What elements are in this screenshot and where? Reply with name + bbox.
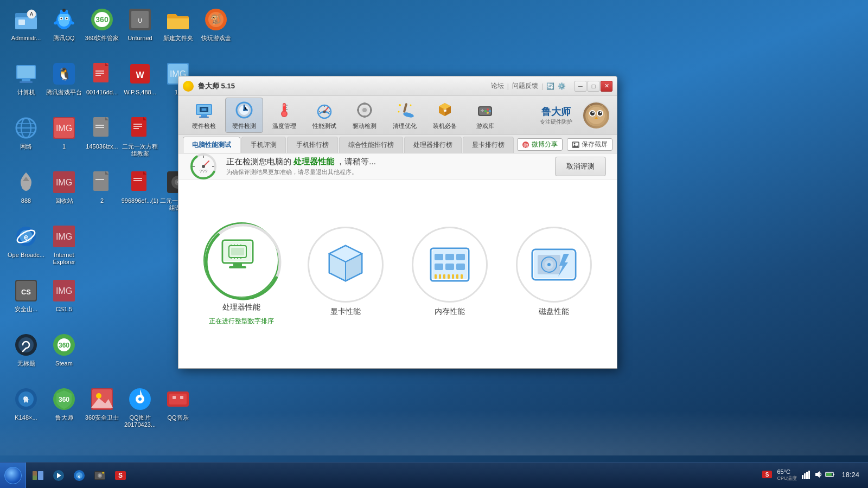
- cpu-temp-value: 65°C: [777, 468, 797, 475]
- desktop-icon-eq2b[interactable]: 996896ef...(1): [118, 167, 162, 207]
- desktop-icon-admin[interactable]: A Administr...: [4, 4, 48, 44]
- icon-360-label: 360软件管家: [85, 35, 119, 42]
- cpu-card-label: 处理器性能: [222, 303, 260, 312]
- svg-rect-116: [283, 106, 285, 111]
- svg-point-124: [323, 111, 326, 113]
- svg-text:微: 微: [524, 143, 528, 148]
- svg-rect-202: [435, 254, 443, 260]
- minimize-btn[interactable]: ─: [575, 81, 586, 92]
- perf-test-btn[interactable]: 性能测试: [305, 98, 343, 132]
- gpu-card-label: 显卡性能: [330, 307, 361, 317]
- desktop-icon-computer[interactable]: 计算机: [4, 59, 48, 98]
- brand-logo: 鲁大师 专注硬件防护: [534, 102, 578, 129]
- update-icon[interactable]: 🔄: [546, 82, 554, 90]
- svg-rect-26: [22, 79, 30, 81]
- tab-pc-test[interactable]: 电脑性能测试: [183, 137, 240, 153]
- desktop-icon-qqphoto[interactable]: 360安全卫士: [80, 384, 124, 423]
- toolbar: 硬件检检 硬件检测: [178, 96, 617, 135]
- desktop-icon-996[interactable]: 2: [80, 167, 124, 207]
- icon-computer-label: 计算机: [17, 89, 35, 96]
- sogou-icon[interactable]: S: [762, 469, 773, 481]
- desktop-icon-qqmusic[interactable]: QQ图片20170423...: [118, 384, 162, 431]
- clean-optim-btn[interactable]: 清理优化: [386, 98, 424, 132]
- desktop-icon-snynesc[interactable]: QQ音乐: [156, 384, 200, 423]
- desktop-icon-360[interactable]: 360 360软件管家: [80, 4, 124, 44]
- game-box-btn[interactable]: 游戏库: [466, 98, 504, 132]
- volume-tray-icon[interactable]: [813, 470, 823, 481]
- desktop-icon-eq2[interactable]: 二元一次方程组教案: [118, 113, 162, 159]
- save-label: 保存截屏: [582, 140, 608, 149]
- svg-rect-131: [363, 102, 366, 105]
- clean-optim-label: 清理优化: [393, 122, 417, 130]
- start-button[interactable]: [0, 463, 26, 489]
- desktop-icon-tencentgame[interactable]: 🐧 腾讯游戏平台: [42, 59, 86, 98]
- desktop-icon-4[interactable]: IMG CS1.5: [42, 275, 86, 315]
- system-tray: S 65°C CPU温度: [757, 463, 868, 489]
- tab-phone-test[interactable]: 手机评测: [241, 137, 286, 153]
- taskbar-input-btn[interactable]: S: [111, 466, 130, 485]
- cpu-circle: [203, 222, 279, 298]
- desktop-icon-360safe[interactable]: 360 鲁大师: [42, 384, 86, 423]
- desktop-icon-recycle[interactable]: 888: [4, 167, 48, 207]
- title-actions: 论坛 | 问题反馈 | 🔄 ⚙️: [491, 81, 566, 91]
- svg-text:S: S: [118, 472, 123, 479]
- network-tray-icon[interactable]: [801, 470, 811, 481]
- svg-rect-66: [133, 178, 142, 179]
- title-bar: 鲁大师 5.15 论坛 | 问题反馈 | 🔄 ⚙️ ─ □ ✕: [178, 76, 617, 96]
- taskbar-media-btn[interactable]: [49, 466, 68, 485]
- close-btn[interactable]: ✕: [601, 81, 612, 92]
- settings-icon[interactable]: ⚙️: [558, 82, 566, 90]
- svg-point-137: [399, 104, 401, 106]
- desktop-icon-ludashi[interactable]: 鲁 K148×...: [4, 384, 48, 423]
- temp-mgmt-btn[interactable]: 温度管理: [265, 98, 303, 132]
- svg-rect-208: [435, 274, 437, 279]
- driver-detect-btn[interactable]: 驱动检测: [346, 98, 384, 132]
- desktop-icon-360browser[interactable]: 360 Steam: [42, 330, 86, 369]
- desktop-icon-network[interactable]: 网络: [4, 113, 48, 152]
- desktop-icon-newfolder[interactable]: 新建文件夹: [156, 4, 200, 44]
- desktop-icon-qq[interactable]: 腾讯QQ: [42, 4, 86, 44]
- desktop-icon-unturned[interactable]: U Unturned: [118, 4, 162, 44]
- tab-overall-rank[interactable]: 综合性能排行榜: [339, 137, 403, 153]
- tab-cpu-rank[interactable]: 处理器排行榜: [404, 137, 462, 153]
- desktop-icon-145[interactable]: 145036lzx...: [80, 113, 124, 152]
- taskbar-photo-btn[interactable]: [90, 466, 110, 485]
- battery-tray-icon[interactable]: [825, 470, 835, 481]
- hardware-check-btn[interactable]: 硬件检检: [185, 98, 223, 132]
- svg-text:360: 360: [59, 342, 69, 349]
- forum-btn[interactable]: 论坛: [491, 81, 504, 91]
- svg-rect-27: [20, 81, 33, 83]
- svg-point-130: [362, 108, 367, 112]
- desktop-icon-file001[interactable]: 001416dd...: [80, 59, 124, 98]
- desktop-icon-2[interactable]: IMG 回收站: [42, 167, 86, 207]
- svg-rect-33: [95, 70, 104, 72]
- feedback-btn[interactable]: 问题反馈: [512, 81, 538, 91]
- desktop-icon-cs15[interactable]: CS 安全山...: [4, 275, 48, 315]
- desktop-icon-3[interactable]: IMG Internet Explorer: [42, 221, 86, 268]
- svg-text:IMG: IMG: [56, 232, 72, 241]
- tab-phone-rank[interactable]: 手机排行榜: [287, 137, 338, 153]
- ludashi-window: 鲁大师 5.15 论坛 | 问题反馈 | 🔄 ⚙️ ─ □ ✕: [178, 76, 617, 369]
- taskbar-explorer-btn[interactable]: [28, 466, 48, 485]
- save-screenshot-btn[interactable]: 保存截屏: [567, 138, 612, 151]
- nav-social-buttons: 微 微博分享 保存截屏: [517, 138, 612, 153]
- desktop-icon-quickgame[interactable]: 🐒 快玩游戏盒: [194, 4, 238, 44]
- brand-subtitle-text: 专注硬件防护: [540, 118, 572, 126]
- svg-text:360: 360: [95, 15, 108, 24]
- tab-gpu-rank[interactable]: 显卡排行榜: [463, 137, 514, 153]
- hardware-test-btn[interactable]: 硬件检测: [225, 98, 263, 133]
- taskbar-ie-btn[interactable]: e: [69, 466, 89, 485]
- desktop-icon-1[interactable]: IMG 1: [42, 113, 86, 152]
- install-essentials-btn[interactable]: ★ 装机必备: [426, 98, 464, 132]
- desktop-icon-wps[interactable]: W W.P.S,488...: [118, 59, 162, 98]
- desktop-icon-ie[interactable]: e Ope Broadc...: [4, 221, 48, 261]
- clock-time: 18:24: [841, 471, 859, 480]
- desktop-icon-steam[interactable]: 无标题: [4, 330, 48, 369]
- taskbar-clock[interactable]: 18:24: [837, 471, 864, 480]
- maximize-btn[interactable]: □: [588, 81, 599, 92]
- gpu-icon: [318, 237, 373, 292]
- install-essentials-icon: ★: [435, 100, 455, 120]
- cancel-eval-btn[interactable]: 取消评测: [555, 157, 606, 176]
- weibo-share-btn[interactable]: 微 微博分享: [517, 138, 563, 151]
- svg-point-113: [243, 109, 245, 111]
